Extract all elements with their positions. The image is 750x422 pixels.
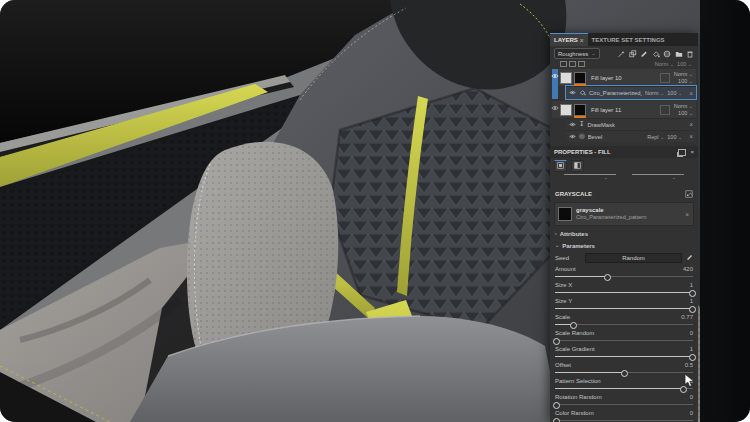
mask-thumbnail[interactable] <box>560 104 572 116</box>
close-panel-icon[interactable]: × <box>690 149 694 155</box>
active-channel-bar <box>574 84 586 86</box>
tab-channels-mode[interactable] <box>571 160 584 172</box>
selection-bar <box>552 69 558 99</box>
slider-track[interactable] <box>555 401 693 408</box>
slider-label: Pattern Selection <box>555 378 601 386</box>
slider-knob[interactable] <box>553 338 560 345</box>
tab-material-mode[interactable] <box>554 160 567 172</box>
effect-name: Ciro_Parameterized_p... <box>589 90 642 96</box>
slider-label: Amount <box>555 266 576 274</box>
base-color-thumbnail[interactable] <box>574 72 586 84</box>
grayscale-resource-slot[interactable]: grayscale Ciro_Parameterized_pattern × <box>554 202 694 226</box>
slider-track[interactable] <box>555 289 693 296</box>
layer-row-fill-11[interactable]: Fill layer 11 Norm ⌄ 100 ⌄ <box>552 101 696 118</box>
effect-row-drawmask[interactable]: ↧ DrawMask × <box>566 118 696 130</box>
opacity-dropdown[interactable]: 100 ⌄ <box>678 78 693 85</box>
fill-effect-icon <box>579 89 586 97</box>
parameters-fold[interactable]: ⌄ Parameters <box>550 238 698 250</box>
resource-thumbnail <box>558 207 572 221</box>
remove-effect-icon[interactable]: × <box>688 133 694 140</box>
slider-knob[interactable] <box>604 274 611 281</box>
mouse-cursor <box>684 373 695 392</box>
effect-row-ciro-pattern[interactable]: Ciro_Parameterized_p... Norm ⌄ 100 ⌄ × <box>566 86 696 99</box>
slider-offset: Offset0.5 <box>550 360 698 376</box>
properties-header: PROPERTIES - FILL × <box>550 146 698 158</box>
layer-name: Fill layer 10 <box>591 75 658 81</box>
visibility-eye-icon[interactable] <box>551 73 559 99</box>
slider-track[interactable] <box>555 337 693 344</box>
slider-track[interactable] <box>555 385 693 392</box>
visibility-eye-icon[interactable] <box>569 122 576 128</box>
undock-panel-icon[interactable] <box>678 149 686 156</box>
slider-value: 0 <box>690 394 693 402</box>
channel-filter-dropdown[interactable]: Roughness ⌄ <box>554 48 600 59</box>
slider-scale-gradient: Scale Gradient1 <box>550 344 698 360</box>
attributes-fold[interactable]: › Attributes <box>550 226 698 238</box>
slider-track[interactable] <box>555 369 693 376</box>
slider-value: 0.5 <box>685 362 693 370</box>
effect-row-bevel[interactable]: ◎ Bevel Repl ⌄ 100 ⌄ × <box>566 130 696 142</box>
slider-knob[interactable] <box>621 370 628 377</box>
clipped-uv-controls: ⌄ ⌄ <box>550 172 698 181</box>
seed-random-button[interactable]: Random <box>585 253 682 263</box>
remove-effect-icon[interactable]: × <box>688 90 694 97</box>
slider-track[interactable] <box>555 417 693 422</box>
blend-mode-dropdown[interactable]: Norm ⌄ <box>674 103 693 110</box>
close-tab-icon[interactable]: × <box>580 37 584 44</box>
slider-track[interactable] <box>555 273 693 280</box>
slider-knob[interactable] <box>689 306 696 313</box>
visibility-eye-icon[interactable] <box>569 90 576 96</box>
tab-layers[interactable]: LAYERS × <box>550 33 588 46</box>
anchor-point-icon: ↧ <box>579 121 584 128</box>
opacity-dropdown[interactable]: 100 ⌄ <box>667 134 682 140</box>
effect-name: Bevel <box>588 134 645 140</box>
layers-toolbar: Roughness ⌄ <box>550 46 698 61</box>
chevron-down-icon: ⌄ <box>688 61 692 67</box>
effect-name: DrawMask <box>587 122 685 128</box>
slider-value: 1 <box>690 298 693 306</box>
slider-track[interactable] <box>555 305 693 312</box>
add-paint-layer-icon[interactable] <box>640 50 648 58</box>
slider-size-y: Size Y1 <box>550 296 698 312</box>
add-fill-layer-icon[interactable] <box>652 50 660 58</box>
visibility-eye-icon[interactable] <box>569 134 576 140</box>
slider-value: 1 <box>690 346 693 354</box>
pencil-edit-icon[interactable] <box>686 254 693 262</box>
remove-effect-icon[interactable]: × <box>688 121 694 128</box>
slider-knob[interactable] <box>553 402 560 409</box>
material-mode-box[interactable] <box>660 73 670 83</box>
blend-mode-dropdown[interactable]: Repl ⌄ <box>647 134 664 140</box>
clipped-dropdown[interactable]: ⌄ <box>632 172 684 181</box>
clear-resource-icon[interactable]: × <box>684 211 690 218</box>
add-folder-icon[interactable] <box>675 50 683 58</box>
slider-knob[interactable] <box>689 354 696 361</box>
add-effect-icon[interactable] <box>617 50 625 58</box>
add-smart-material-icon[interactable] <box>629 50 637 58</box>
right-dock-panel: LAYERS × TEXTURE SET SETTINGS Roughness … <box>550 33 698 422</box>
visibility-eye-icon[interactable] <box>551 105 559 142</box>
slider-knob[interactable] <box>689 290 696 297</box>
layer-row-fill-10[interactable]: Fill layer 10 Norm ⌄ 100 ⌄ <box>552 69 696 86</box>
resources-icon[interactable] <box>663 50 671 58</box>
slider-amount: Amount420 <box>550 264 698 280</box>
chevron-down-icon: ⌄ <box>670 61 674 67</box>
blend-mode-dropdown[interactable]: Norm ⌄ <box>645 90 664 96</box>
blend-mode-dropdown[interactable]: Norm ⌄ <box>674 71 693 78</box>
clipped-layer-row[interactable]: Norm ⌄ 100 ⌄ <box>550 61 698 68</box>
slider-track[interactable] <box>555 321 693 328</box>
mask-thumbnail[interactable] <box>560 72 572 84</box>
material-mode-box[interactable] <box>660 105 670 115</box>
clipped-dropdown[interactable]: ⌄ <box>564 172 616 181</box>
slider-label: Scale <box>555 314 570 322</box>
base-color-thumbnail[interactable] <box>574 104 586 116</box>
chevron-down-icon: ⌄ <box>591 51 595 56</box>
delete-layer-icon[interactable] <box>686 50 694 58</box>
opacity-dropdown[interactable]: 100 ⌄ <box>667 90 682 96</box>
slider-knob[interactable] <box>570 322 577 329</box>
tab-texture-set-settings[interactable]: TEXTURE SET SETTINGS <box>588 33 669 46</box>
opacity-dropdown[interactable]: 100 ⌄ <box>678 110 693 117</box>
slider-knob[interactable] <box>553 418 560 422</box>
slider-size-x: Size X1 <box>550 280 698 296</box>
pattern-preview-icon[interactable] <box>685 190 693 199</box>
slider-track[interactable] <box>555 353 693 360</box>
